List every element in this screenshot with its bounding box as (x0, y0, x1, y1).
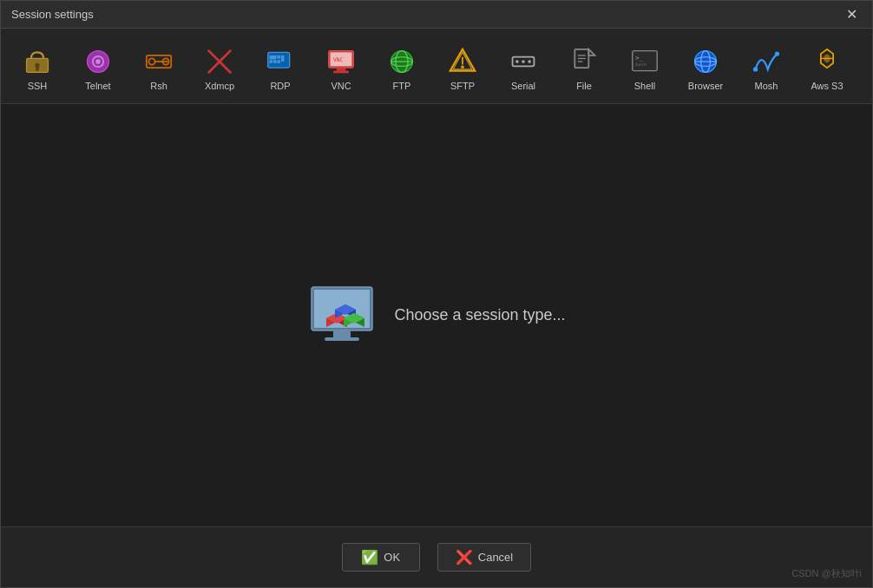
svg-marker-37 (588, 49, 594, 56)
svg-text:bash: bash (635, 62, 647, 67)
tab-browser[interactable]: Browser (676, 34, 735, 103)
session-settings-dialog: Session settings ✕ SSHTelnetRshXdmcpRDPV… (0, 0, 873, 588)
tab-vnc[interactable]: VNCVNC (312, 34, 371, 103)
svg-point-34 (522, 60, 525, 63)
ssh-icon (22, 46, 53, 77)
svg-rect-59 (325, 337, 359, 341)
ssh-label: SSH (28, 81, 48, 91)
cancel-label: Cancel (478, 551, 513, 564)
center-content: Choose a session type... (307, 285, 565, 346)
footer: ✅ OK ❌ Cancel (1, 526, 872, 587)
svg-rect-12 (268, 52, 290, 68)
svg-point-7 (148, 58, 154, 64)
tab-shell[interactable]: >_bashShell (615, 34, 674, 103)
cancel-icon: ❌ (456, 549, 473, 565)
svg-rect-23 (333, 71, 349, 74)
cancel-button[interactable]: ❌ Cancel (437, 543, 531, 572)
rdp-label: RDP (270, 81, 290, 91)
svg-rect-2 (36, 67, 39, 70)
tab-xdmcp[interactable]: Xdmcp (190, 34, 249, 103)
vnc-label: VNC (331, 81, 351, 91)
file-label: File (576, 81, 592, 91)
ok-button[interactable]: ✅ OK (342, 543, 420, 572)
choose-session-prompt: Choose a session type... (394, 306, 565, 324)
svg-point-5 (95, 59, 100, 63)
ftp-label: FTP (393, 81, 411, 91)
dialog-title: Session settings (11, 8, 94, 21)
sftp-label: SFTP (450, 81, 475, 91)
svg-rect-18 (270, 56, 277, 59)
tab-ssh[interactable]: SSH (8, 34, 67, 103)
watermark: CSDN @秋知叶i (791, 567, 862, 580)
telnet-icon (82, 46, 114, 77)
title-bar: Session settings ✕ (1, 1, 872, 29)
session-icon (307, 285, 377, 346)
ftp-icon (386, 46, 417, 77)
tab-rsh[interactable]: Rsh (129, 34, 188, 103)
serial-icon (508, 46, 539, 77)
browser-label: Browser (688, 81, 723, 91)
xdmcp-label: Xdmcp (205, 81, 234, 91)
close-button[interactable]: ✕ (841, 4, 862, 25)
tab-awss3[interactable]: Aws S3 (798, 34, 857, 103)
serial-label: Serial (511, 81, 535, 91)
svg-rect-15 (277, 60, 280, 63)
tab-ftp[interactable]: FTP (372, 34, 431, 103)
tab-serial[interactable]: Serial (494, 34, 553, 103)
rsh-label: Rsh (150, 81, 167, 91)
awss3-icon (811, 46, 843, 77)
shell-label: Shell (634, 81, 655, 91)
mosh-label: Mosh (755, 81, 778, 91)
tab-mosh[interactable]: Mosh (737, 34, 796, 103)
shell-icon: >_bash (629, 46, 660, 77)
rdp-icon (265, 46, 296, 77)
svg-point-49 (775, 51, 779, 56)
xdmcp-icon (204, 46, 235, 77)
svg-text:>_: >_ (635, 54, 643, 62)
telnet-label: Telnet (85, 81, 110, 91)
vnc-icon: VNC (325, 46, 357, 77)
ok-icon: ✅ (361, 549, 378, 565)
session-tabs-bar: SSHTelnetRshXdmcpRDPVNCVNCFTPSFTPSerialF… (1, 29, 872, 104)
file-icon (568, 46, 600, 77)
svg-point-48 (753, 67, 758, 71)
svg-rect-16 (277, 56, 280, 59)
content-area: Choose a session type... (1, 104, 872, 526)
sftp-icon (447, 46, 478, 77)
svg-point-33 (515, 60, 519, 63)
awss3-label: Aws S3 (811, 81, 843, 91)
svg-point-35 (528, 60, 531, 63)
ok-label: OK (384, 551, 400, 564)
svg-point-31 (461, 65, 464, 69)
svg-rect-22 (337, 68, 346, 71)
svg-rect-17 (281, 56, 285, 62)
svg-text:VNC: VNC (333, 56, 343, 62)
browser-icon (690, 46, 721, 77)
tab-telnet[interactable]: Telnet (69, 34, 128, 103)
tab-sftp[interactable]: SFTP (433, 34, 492, 103)
tab-rdp[interactable]: RDP (251, 34, 310, 103)
svg-rect-14 (273, 60, 277, 63)
mosh-icon (751, 46, 782, 77)
svg-rect-58 (333, 330, 351, 337)
tab-wsl[interactable]: WSLWSL (858, 34, 873, 103)
svg-rect-13 (270, 60, 273, 63)
tab-file[interactable]: File (555, 34, 614, 103)
rsh-icon (143, 46, 174, 77)
